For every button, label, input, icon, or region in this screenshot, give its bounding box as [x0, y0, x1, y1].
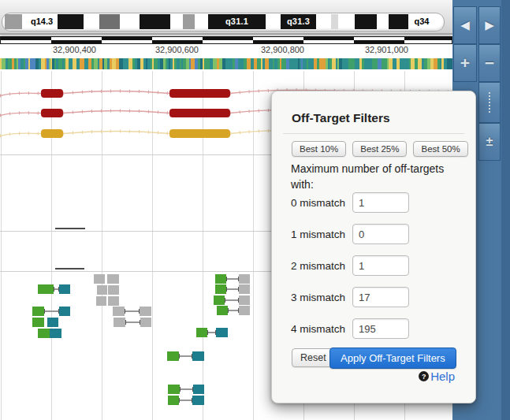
pair-connector [228, 310, 239, 311]
guide-pair-box-green[interactable] [214, 295, 225, 305]
plus-minus-icon: ± [486, 135, 493, 149]
guide-pair-box-green[interactable] [38, 329, 50, 338]
chromosome-band [355, 14, 377, 29]
guide-pair-box-gray[interactable] [239, 306, 250, 315]
band-label: q34 [409, 17, 434, 26]
genome-browser-screen: q31.1q31.3q14.3q34 32,900,40032,900,6003… [0, 0, 510, 420]
pan-left-button[interactable]: ◀ [453, 6, 477, 44]
coordinate-label: 32,900,800 [245, 45, 304, 54]
guide-pair-box-teal[interactable] [50, 329, 61, 338]
pair-connector [179, 355, 192, 357]
help-label: Help [430, 370, 455, 383]
guide-pair-box-gray[interactable] [97, 285, 107, 295]
mismatch-row: 4 mismatch [291, 318, 409, 339]
ideogram-bar: q31.1q31.3q14.3q34 [0, 0, 452, 35]
coordinate-label: 32,900,400 [37, 45, 96, 54]
guide-pair-box-gray[interactable] [113, 307, 125, 316]
guide-pair-box-gray[interactable] [239, 274, 250, 284]
preset-button-best-50-[interactable]: Best 50% [413, 141, 467, 157]
pair-connector-tick [179, 398, 180, 403]
scale-cell [404, 40, 452, 43]
scale-toggle-button[interactable]: ± [478, 123, 501, 161]
guide-pair-box-green[interactable] [32, 307, 44, 316]
guide-pair-box-gray[interactable] [239, 295, 250, 305]
mismatch-input-2[interactable] [352, 255, 409, 276]
guide-pair-box-gray[interactable] [96, 296, 106, 306]
gridline [152, 71, 153, 420]
guide-pair-box-green[interactable] [32, 318, 44, 327]
guide-pair-box-teal[interactable] [59, 284, 70, 294]
guide-pair-box-gray[interactable] [239, 284, 250, 294]
guide-pair-box-green[interactable] [196, 328, 207, 337]
gridline [102, 71, 102, 420]
guide-pair-box-green[interactable] [215, 274, 226, 284]
scale-cell [253, 40, 303, 43]
pair-connector-tick [180, 387, 181, 392]
pair-connector-tick [226, 287, 227, 292]
panel-description: Maximum number of off-targets with: [291, 161, 466, 193]
scale-cell [354, 40, 404, 43]
pan-right-button[interactable]: ▶ [478, 6, 501, 44]
guide-pair-box-gray[interactable] [114, 318, 125, 327]
guide-pair-box-green[interactable] [168, 385, 180, 394]
guide-pair-box-gray[interactable] [108, 296, 119, 306]
dotted-line-icon [489, 92, 490, 113]
chromosome-band [99, 14, 120, 29]
chromosome-band [140, 14, 170, 29]
question-mark-icon: ? [419, 371, 429, 381]
band-label: q31.1 [208, 17, 266, 26]
guide-pair-box-green[interactable] [168, 396, 179, 405]
mismatch-input-3[interactable] [352, 287, 409, 307]
guide-pair-box-gray[interactable] [107, 274, 119, 284]
mismatch-label-3: 3 mismatch [291, 292, 352, 303]
band-label: q31.3 [281, 17, 316, 26]
pair-connector [179, 400, 192, 401]
guide-pair-box-teal[interactable] [192, 351, 204, 361]
help-link[interactable]: ? Help [419, 370, 455, 383]
guide-pair-box-gray[interactable] [94, 274, 105, 284]
mismatch-row: 1 mismatch [291, 224, 409, 244]
reset-button[interactable]: Reset [292, 348, 335, 367]
zoom-in-button[interactable]: + [453, 44, 477, 82]
chromosome-ideogram[interactable]: q31.1q31.3q14.3q34 [2, 13, 445, 32]
pair-connector [44, 310, 59, 312]
mismatch-input-4[interactable] [352, 318, 409, 339]
band-label: q14.3 [27, 17, 57, 26]
apply-off-target-filters-button[interactable]: Apply Off-Target Filters [329, 348, 456, 369]
guide-pair-box-gray[interactable] [140, 318, 151, 327]
guide-pair-box-teal[interactable] [192, 396, 204, 405]
guide-pair-box-green[interactable] [167, 351, 179, 361]
pair-connector-tick [225, 298, 225, 303]
divider [283, 133, 464, 134]
mismatch-input-1[interactable] [352, 224, 409, 244]
scale-cell [51, 40, 102, 43]
guide-pair-box-green[interactable] [217, 306, 228, 315]
pair-connector-tick [44, 309, 45, 314]
mismatch-row: 2 mismatch [291, 255, 409, 276]
coordinate-label: 32,901,000 [349, 45, 408, 54]
scale-cell [203, 40, 253, 43]
guide-pair-box-gray[interactable] [108, 285, 119, 295]
pair-connector [225, 299, 239, 301]
mismatch-label-4: 4 mismatch [291, 323, 352, 335]
guide-pair-box-teal[interactable] [193, 385, 204, 394]
chromosome-band [58, 14, 84, 29]
guide-pair-box-teal[interactable] [59, 307, 70, 316]
preset-button-best-25-[interactable]: Best 25% [352, 141, 407, 157]
guide-segment[interactable] [55, 268, 84, 269]
guide-pair-box-teal[interactable] [216, 328, 228, 337]
preset-button-best-10-[interactable]: Best 10% [292, 141, 346, 157]
mismatch-label-2: 2 mismatch [291, 260, 352, 272]
chromosome-band [183, 14, 195, 29]
conservation-heatmap-track [0, 58, 452, 69]
guide-pair-box-green[interactable] [38, 284, 54, 294]
mismatch-input-0[interactable] [352, 192, 409, 213]
track-height-handle-button[interactable] [478, 82, 501, 123]
guide-pair-box-teal[interactable] [47, 318, 58, 327]
guide-pair-box-green[interactable] [215, 284, 226, 294]
mismatch-row: 3 mismatch [291, 287, 409, 307]
guide-pair-box-gray[interactable] [140, 307, 151, 316]
guide-segment[interactable] [55, 228, 85, 229]
chromosome-band: q31.3 [281, 14, 316, 29]
zoom-out-button[interactable]: − [478, 44, 501, 82]
